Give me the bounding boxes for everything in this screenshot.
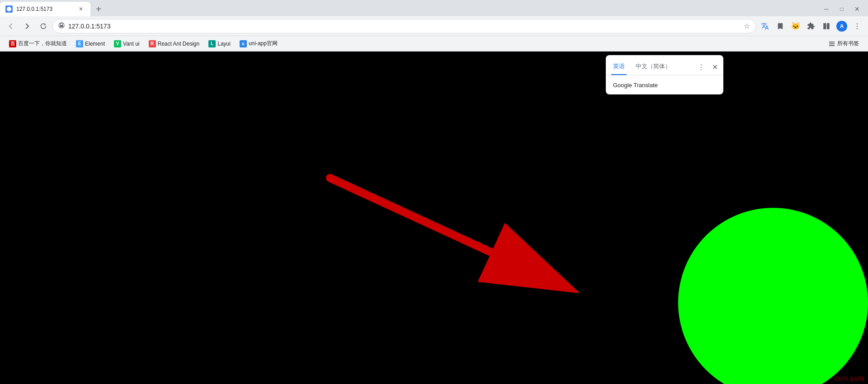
bookmark-element-label: Element <box>85 41 105 47</box>
lock-icon <box>58 22 65 30</box>
new-tab-button[interactable]: + <box>92 3 105 15</box>
split-screen-button[interactable] <box>819 19 834 33</box>
close-button[interactable]: ✕ <box>850 2 864 16</box>
bookmark-baidu[interactable]: 百 百度一下，你就知道 <box>5 38 71 50</box>
svg-point-5 <box>857 23 858 24</box>
layui-favicon: L <box>208 40 216 47</box>
url-text: 127.0.0.1:5173 <box>68 23 740 30</box>
bookmark-react-ant-label: React Ant Design <box>158 41 200 47</box>
web-content: 英语 中文（简体） ⋮ ✕ Google Translate CSDN @赵瑞 <box>0 52 868 384</box>
address-bar[interactable]: 127.0.0.1:5173 ☆ <box>52 19 756 33</box>
bookmark-uniapp[interactable]: u uni-app官网 <box>236 38 281 50</box>
translate-popup: 英语 中文（简体） ⋮ ✕ Google Translate <box>606 55 723 94</box>
bookmark-baidu-label: 百度一下，你就知道 <box>18 40 67 47</box>
svg-line-9 <box>330 178 565 286</box>
tab-close-button[interactable]: ✕ <box>77 5 85 13</box>
bookmark-layui[interactable]: L Layui <box>205 38 234 50</box>
svg-rect-2 <box>60 25 63 28</box>
translate-tab-chinese[interactable]: 中文（简体） <box>634 59 673 75</box>
bookmarks-bar: 百 百度一下，你就知道 E Element V Vant ui R React … <box>0 36 868 52</box>
svg-rect-4 <box>827 23 830 29</box>
browser-frame: 127.0.0.1:5173 ✕ + ─ □ ✕ 127.0.0.1:5173 … <box>0 0 868 384</box>
profile-button[interactable]: A <box>835 19 849 33</box>
reload-button[interactable] <box>36 19 51 33</box>
extensions-button[interactable] <box>804 19 818 33</box>
maximize-button[interactable]: □ <box>835 2 849 16</box>
translate-body: Google Translate <box>606 75 723 94</box>
svg-point-6 <box>857 25 858 26</box>
minimize-button[interactable]: ─ <box>819 2 834 16</box>
element-favicon: E <box>76 40 83 47</box>
translate-source-label: Google Translate <box>613 82 658 89</box>
forward-button[interactable] <box>20 19 34 33</box>
bookmark-react-ant[interactable]: R React Ant Design <box>145 38 203 50</box>
svg-rect-3 <box>823 23 826 29</box>
all-bookmarks-label: 所有书签 <box>837 40 859 47</box>
baidu-favicon: 百 <box>9 40 16 47</box>
translate-icon-button[interactable] <box>758 19 772 33</box>
all-bookmarks-button[interactable]: 所有书签 <box>825 38 863 50</box>
react-ant-favicon: R <box>149 40 156 47</box>
translate-more-button[interactable]: ⋮ <box>698 63 705 71</box>
toolbar: 127.0.0.1:5173 ☆ 🐱 A <box>0 16 868 36</box>
profile-avatar: A <box>836 21 847 32</box>
tab-bar: 127.0.0.1:5173 ✕ + ─ □ ✕ <box>0 0 868 16</box>
tab-title: 127.0.0.1:5173 <box>16 6 73 12</box>
bookmark-icon-button[interactable] <box>773 19 788 33</box>
tab-favicon <box>5 5 13 13</box>
back-button[interactable] <box>4 19 18 33</box>
bookmark-vant[interactable]: V Vant ui <box>110 38 143 50</box>
tampermonkey-extension[interactable]: 🐱 <box>788 19 803 33</box>
vant-favicon: V <box>114 40 121 47</box>
watermark: CSDN @赵瑞 <box>834 375 864 382</box>
uniapp-favicon: u <box>240 40 247 47</box>
svg-point-7 <box>857 28 858 29</box>
bookmark-layui-label: Layui <box>217 41 231 47</box>
bookmark-vant-label: Vant ui <box>123 41 139 47</box>
active-tab[interactable]: 127.0.0.1:5173 ✕ <box>0 2 90 16</box>
svg-point-0 <box>7 7 11 11</box>
menu-button[interactable] <box>850 19 864 33</box>
translate-close-button[interactable]: ✕ <box>712 63 718 71</box>
translate-tab-english[interactable]: 英语 <box>611 59 627 75</box>
bookmark-uniapp-label: uni-app官网 <box>249 40 278 47</box>
bookmark-star-icon[interactable]: ☆ <box>744 22 750 30</box>
toolbar-right: 🐱 A <box>758 19 864 33</box>
bookmark-element[interactable]: E Element <box>72 38 108 50</box>
translate-tabs: 英语 中文（简体） ⋮ ✕ <box>606 55 723 75</box>
green-circle <box>678 208 868 384</box>
